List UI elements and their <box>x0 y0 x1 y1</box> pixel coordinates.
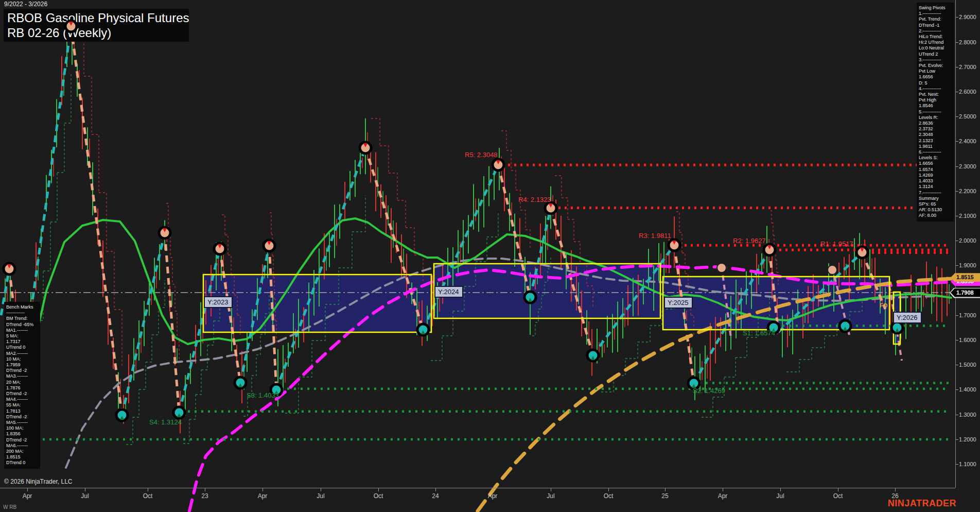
time-tick-label: Jul <box>547 492 554 500</box>
panel-line: Levels S: <box>919 155 952 161</box>
price-tick-label: 1.6000 <box>959 337 976 343</box>
chart-window: 9/2022 - 3/2026 RBOB Gasoline Physical F… <box>0 0 980 512</box>
chart-title-line2: RB 02-26 (Weekly) <box>7 26 111 40</box>
price-tick-label: 1.7000 <box>959 312 976 318</box>
panel-line: SP's: 65 <box>919 201 952 207</box>
panel-line: 2.3048 <box>919 132 952 138</box>
chart-canvas[interactable]: 9/2022 - 3/2026 RBOB Gasoline Physical F… <box>0 0 980 512</box>
panel-line: 1.6656 <box>919 74 952 80</box>
panel-line: DTrend -2 <box>6 437 38 443</box>
bench-marks-panel: Bench Marks------------BM Trend:DTrend -… <box>4 302 40 469</box>
price-tick-label: 1.1000 <box>959 461 976 467</box>
price-tick-mark <box>956 365 958 365</box>
panel-line: ------------ <box>6 310 38 316</box>
panel-line: MA4.------- <box>6 397 38 402</box>
time-axis[interactable]: AprJulOct23AprJulOct24AprJulOct25AprJulO… <box>0 488 955 504</box>
panel-line: 4.------------ <box>919 86 952 92</box>
price-axis[interactable]: 2.90002.80002.70002.60002.50002.40002.30… <box>955 0 980 488</box>
time-tick-label: Jul <box>81 492 89 500</box>
panel-line: 1.3124 <box>919 184 952 190</box>
svg-text:Y:2025: Y:2025 <box>668 299 689 306</box>
panel-line: 6.------------ <box>919 149 952 155</box>
panel-line: Lo:0 Neutral <box>919 45 952 51</box>
date-range: 9/2022 - 3/2026 <box>4 1 47 8</box>
panel-line: DTrend -65% <box>6 322 38 328</box>
time-tick-mark <box>148 488 148 491</box>
panel-line: DTrend -2 <box>6 391 38 397</box>
year-label: Y:2023 <box>204 297 232 308</box>
price-tick-label: 2.6000 <box>959 89 976 95</box>
time-tick-label: Oct <box>143 492 153 500</box>
panel-line: 2.1323 <box>919 138 952 144</box>
pivot-low-marker <box>417 324 429 335</box>
price-tick-label: 2.7000 <box>959 64 976 70</box>
price-tick-label: 2.4000 <box>959 138 976 144</box>
pivot-high-marker <box>65 21 77 32</box>
price-marker: 1.8515 <box>951 273 980 282</box>
price-tick-label: 1.9000 <box>959 262 976 268</box>
price-tick-label: 2.1000 <box>959 213 976 219</box>
time-tick-mark <box>378 488 379 491</box>
pivot-low-marker <box>587 350 599 361</box>
time-tick-label: Apr <box>488 492 498 500</box>
price-tick-mark <box>956 415 958 415</box>
panel-line: 10 MA: <box>6 356 38 362</box>
panel-line: 200 MA: <box>6 449 38 454</box>
pivot-high-marker <box>214 243 225 254</box>
pivot-dot <box>828 265 837 275</box>
time-tick-label: Jul <box>776 492 784 500</box>
price-tick-mark <box>956 241 958 241</box>
price-tick-mark <box>956 92 958 92</box>
support-label: S1: 1.6574 <box>743 329 775 337</box>
time-tick-mark <box>665 488 666 491</box>
price-tick-label: 2.5000 <box>959 113 976 120</box>
pivot-low-marker <box>173 407 185 418</box>
pivot-low-marker <box>891 322 903 333</box>
time-tick-label: 25 <box>661 492 668 500</box>
panel-line: AR: 0.5130 <box>919 207 952 213</box>
price-tick-mark <box>956 191 958 192</box>
panel-line: 1.------------ <box>919 11 952 16</box>
pivot-dot <box>717 263 726 272</box>
panel-line: MA2.------- <box>6 351 38 356</box>
panel-line: 7.------------ <box>919 190 952 196</box>
swing-up-leg <box>276 148 365 390</box>
time-tick-mark <box>321 488 321 491</box>
time-tick-label: 23 <box>201 492 208 500</box>
price-tick-mark <box>956 17 958 18</box>
panel-line: 1.4269 <box>919 173 952 178</box>
panel-line: DTrend 0 <box>6 460 38 466</box>
panel-line: 20 MA: <box>6 380 38 385</box>
price-tick-label: 2.3000 <box>959 163 976 169</box>
panel-line: Hi:2 UTrend <box>919 40 952 45</box>
panel-line: Pvt. Trend: <box>919 16 952 22</box>
pivot-high-marker <box>264 240 275 251</box>
swing-pivots-panel: Swing Pivots1.------------Pvt. Trend:DTr… <box>917 3 954 221</box>
panel-line: Pvt High <box>919 97 952 103</box>
panel-line: DTrend -1 <box>919 23 952 28</box>
panel-line: MA6.------- <box>6 443 38 449</box>
panel-line: DTrend -2 <box>6 368 38 373</box>
stop-steps-short <box>371 118 423 282</box>
pivot-high-marker <box>856 247 868 258</box>
time-tick-mark <box>262 488 263 491</box>
panel-line: AF: 8.00 <box>919 213 952 218</box>
svg-text:Y:2026: Y:2026 <box>897 314 918 321</box>
panel-line: Swing Pivots <box>919 5 952 11</box>
time-tick-mark <box>780 488 781 491</box>
panel-line: 3.------------ <box>919 57 952 63</box>
pivot-low-marker <box>116 409 128 421</box>
time-tick-label: Jul <box>317 492 324 500</box>
panel-line: DTrend -2 <box>6 414 38 420</box>
panel-line: MA5.------- <box>6 420 38 425</box>
resistance-label: R2: 1.9627 <box>733 237 766 245</box>
price-tick-label: 2.8000 <box>959 39 976 45</box>
time-tick-label: Apr <box>258 492 268 500</box>
panel-line: MA3.------- <box>6 373 38 379</box>
price-tick-label: 2.9000 <box>959 14 976 20</box>
time-tick-mark <box>551 488 551 491</box>
panel-line: 1.7959 <box>6 362 38 368</box>
candlesticks <box>5 29 949 433</box>
time-tick-label: 24 <box>432 492 439 500</box>
panel-line: 1.8515 <box>6 454 38 460</box>
